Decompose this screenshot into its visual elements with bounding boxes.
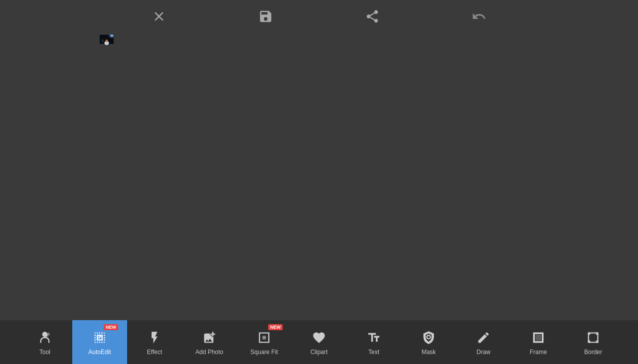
tool-item-tool[interactable]: Tool (17, 320, 72, 364)
autoedit-svg-icon (93, 331, 107, 345)
border-icon (584, 329, 602, 347)
clipart-svg-icon (312, 331, 326, 345)
photo-canvas (100, 32, 114, 46)
clipart-icon (310, 329, 328, 347)
tool-item-autoedit[interactable]: NEW AutoEdit (72, 320, 127, 364)
svg-rect-31 (535, 335, 541, 341)
top-toolbar (0, 0, 638, 32)
draw-svg-icon (477, 331, 490, 345)
canvas-area (0, 32, 638, 320)
save-button[interactable] (255, 5, 277, 27)
add-photo-icon (200, 329, 218, 347)
mask-label: Mask (422, 349, 436, 356)
undo-icon (472, 9, 486, 24)
mask-icon (420, 329, 438, 347)
square-fit-new-badge: NEW (268, 324, 283, 330)
svg-point-13 (107, 41, 107, 41)
clipart-label: Clipart (311, 349, 328, 356)
save-icon (258, 9, 273, 24)
tool-label: Tool (39, 349, 50, 356)
square-fit-svg-icon (257, 331, 271, 345)
square-fit-label: Square Fit (250, 349, 278, 356)
tool-list: Tool NEW AutoEdit Effect (17, 320, 621, 364)
autoedit-label: AutoEdit (88, 349, 111, 356)
square-fit-icon (255, 329, 273, 347)
close-button[interactable] (148, 5, 170, 27)
photo-container (100, 32, 538, 320)
text-icon (365, 329, 383, 347)
tool-item-draw[interactable]: Draw (456, 320, 511, 364)
autoedit-icon (91, 329, 109, 347)
text-svg-icon (367, 331, 381, 345)
tool-item-clipart[interactable]: Clipart (292, 320, 346, 364)
draw-icon (475, 329, 492, 347)
draw-label: Draw (477, 349, 490, 356)
tool-svg-icon (38, 331, 52, 345)
tool-item-effect[interactable]: Effect (127, 320, 182, 364)
bottom-toolbar: Tool NEW AutoEdit Effect (0, 320, 638, 364)
tool-item-frame[interactable]: Frame (511, 320, 566, 364)
frame-label: Frame (530, 349, 547, 356)
svg-point-9 (106, 43, 107, 43)
tool-item-border[interactable]: Border (566, 320, 621, 364)
add-photo-label: Add Photo (195, 349, 223, 356)
share-button[interactable] (361, 5, 383, 27)
effect-svg-icon (148, 331, 161, 345)
svg-point-12 (106, 40, 107, 41)
tool-icon (36, 329, 54, 347)
mask-svg-icon (422, 331, 436, 345)
tool-item-mask[interactable]: Mask (401, 320, 456, 364)
autoedit-new-badge: NEW (104, 324, 118, 330)
add-photo-svg-icon (202, 331, 216, 345)
svg-point-8 (107, 43, 107, 43)
svg-point-11 (106, 39, 108, 42)
undo-button[interactable] (468, 5, 490, 27)
tool-item-add-photo[interactable]: Add Photo (182, 320, 237, 364)
frame-icon (529, 329, 547, 347)
effect-icon (146, 329, 163, 347)
text-label: Text (368, 349, 379, 356)
close-icon (152, 9, 166, 24)
border-label: Border (584, 349, 602, 356)
border-svg-icon (586, 331, 600, 345)
tool-item-text[interactable]: Text (346, 320, 401, 364)
frame-svg-icon (531, 331, 545, 345)
share-icon (365, 9, 380, 24)
tool-item-square-fit[interactable]: NEW Square Fit (237, 320, 292, 364)
effect-label: Effect (147, 349, 162, 356)
